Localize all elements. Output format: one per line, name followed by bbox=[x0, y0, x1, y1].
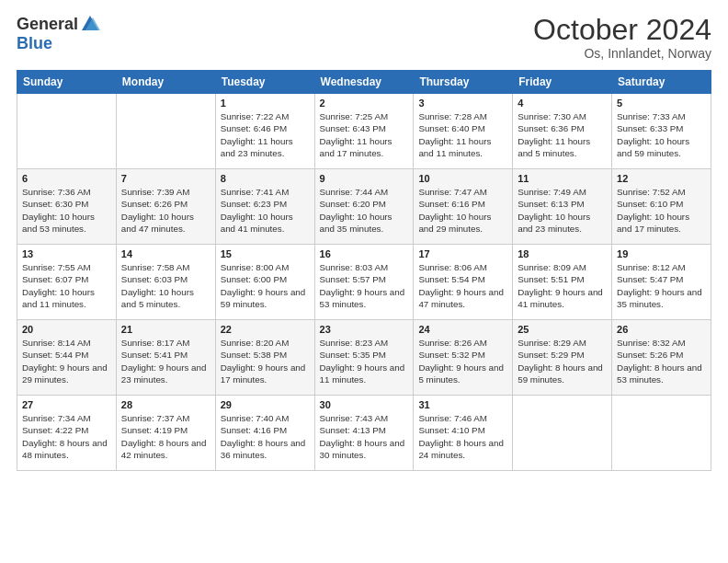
cell-info: Sunrise: 7:58 AMSunset: 6:03 PMDaylight:… bbox=[121, 261, 210, 310]
table-row: 6 Sunrise: 7:36 AMSunset: 6:30 PMDayligh… bbox=[17, 169, 117, 245]
cell-info: Sunrise: 8:00 AMSunset: 6:00 PMDaylight:… bbox=[221, 261, 310, 310]
week-row-4: 20 Sunrise: 8:14 AMSunset: 5:44 PMDaylig… bbox=[17, 320, 711, 396]
title-block: October 2024 Os, Innlandet, Norway bbox=[533, 14, 711, 61]
table-row: 18 Sunrise: 8:09 AMSunset: 5:51 PMDaylig… bbox=[513, 245, 612, 320]
cell-date: 23 bbox=[320, 324, 409, 335]
cell-date: 17 bbox=[418, 248, 507, 259]
cell-info: Sunrise: 7:39 AMSunset: 6:26 PMDaylight:… bbox=[121, 186, 210, 235]
main-title: October 2024 bbox=[533, 14, 711, 46]
cell-date: 12 bbox=[617, 173, 706, 184]
calendar-table: Sunday Monday Tuesday Wednesday Thursday… bbox=[17, 70, 711, 471]
cell-date: 5 bbox=[617, 98, 706, 109]
cell-date: 3 bbox=[418, 98, 507, 109]
table-row: 20 Sunrise: 8:14 AMSunset: 5:44 PMDaylig… bbox=[17, 320, 117, 396]
calendar-header-row: Sunday Monday Tuesday Wednesday Thursday… bbox=[17, 71, 711, 94]
cell-date: 28 bbox=[121, 399, 210, 410]
table-row: 15 Sunrise: 8:00 AMSunset: 6:00 PMDaylig… bbox=[215, 245, 314, 320]
cell-info: Sunrise: 7:33 AMSunset: 6:33 PMDaylight:… bbox=[617, 110, 706, 159]
week-row-2: 6 Sunrise: 7:36 AMSunset: 6:30 PMDayligh… bbox=[17, 169, 711, 245]
cell-info: Sunrise: 7:49 AMSunset: 6:13 PMDaylight:… bbox=[518, 186, 607, 235]
cell-date: 18 bbox=[518, 248, 607, 259]
cell-date: 11 bbox=[518, 173, 607, 184]
cell-info: Sunrise: 8:17 AMSunset: 5:41 PMDaylight:… bbox=[121, 337, 210, 385]
col-thursday: Thursday bbox=[414, 71, 513, 94]
cell-date: 15 bbox=[221, 248, 310, 259]
cell-info: Sunrise: 7:41 AMSunset: 6:23 PMDaylight:… bbox=[221, 186, 310, 235]
table-row: 30 Sunrise: 7:43 AMSunset: 4:13 PMDaylig… bbox=[314, 396, 414, 471]
logo-blue-text: Blue bbox=[17, 34, 52, 53]
cell-info: Sunrise: 8:06 AMSunset: 5:54 PMDaylight:… bbox=[418, 261, 507, 310]
table-row: 1 Sunrise: 7:22 AMSunset: 6:46 PMDayligh… bbox=[215, 94, 314, 169]
table-row: 12 Sunrise: 7:52 AMSunset: 6:10 PMDaylig… bbox=[612, 169, 711, 245]
table-row: 9 Sunrise: 7:44 AMSunset: 6:20 PMDayligh… bbox=[314, 169, 414, 245]
cell-info: Sunrise: 8:29 AMSunset: 5:29 PMDaylight:… bbox=[518, 337, 607, 385]
table-row: 4 Sunrise: 7:30 AMSunset: 6:36 PMDayligh… bbox=[513, 94, 612, 169]
cell-info: Sunrise: 7:37 AMSunset: 4:19 PMDaylight:… bbox=[121, 412, 210, 461]
col-monday: Monday bbox=[116, 71, 215, 94]
cell-info: Sunrise: 7:52 AMSunset: 6:10 PMDaylight:… bbox=[617, 186, 706, 235]
cell-date: 1 bbox=[221, 98, 310, 109]
cell-info: Sunrise: 7:43 AMSunset: 4:13 PMDaylight:… bbox=[320, 412, 409, 461]
cell-info: Sunrise: 8:32 AMSunset: 5:26 PMDaylight:… bbox=[617, 337, 706, 385]
cell-date: 27 bbox=[22, 399, 111, 410]
col-saturday: Saturday bbox=[612, 71, 711, 94]
cell-date: 7 bbox=[121, 173, 210, 184]
cell-date: 29 bbox=[221, 399, 310, 410]
col-sunday: Sunday bbox=[17, 71, 117, 94]
table-row: 23 Sunrise: 8:23 AMSunset: 5:35 PMDaylig… bbox=[314, 320, 414, 396]
col-tuesday: Tuesday bbox=[215, 71, 314, 94]
cell-info: Sunrise: 8:12 AMSunset: 5:47 PMDaylight:… bbox=[617, 261, 706, 310]
table-row: 13 Sunrise: 7:55 AMSunset: 6:07 PMDaylig… bbox=[17, 245, 117, 320]
cell-date: 2 bbox=[320, 98, 409, 109]
location-subtitle: Os, Innlandet, Norway bbox=[533, 46, 711, 61]
logo-icon bbox=[80, 14, 100, 34]
table-row bbox=[612, 396, 711, 471]
table-row: 19 Sunrise: 8:12 AMSunset: 5:47 PMDaylig… bbox=[612, 245, 711, 320]
week-row-5: 27 Sunrise: 7:34 AMSunset: 4:22 PMDaylig… bbox=[17, 396, 711, 471]
cell-date: 10 bbox=[418, 173, 507, 184]
col-wednesday: Wednesday bbox=[314, 71, 414, 94]
table-row: 29 Sunrise: 7:40 AMSunset: 4:16 PMDaylig… bbox=[215, 396, 314, 471]
col-friday: Friday bbox=[513, 71, 612, 94]
cell-date: 26 bbox=[617, 324, 706, 335]
table-row: 3 Sunrise: 7:28 AMSunset: 6:40 PMDayligh… bbox=[414, 94, 513, 169]
table-row: 10 Sunrise: 7:47 AMSunset: 6:16 PMDaylig… bbox=[414, 169, 513, 245]
cell-date: 8 bbox=[221, 173, 310, 184]
table-row bbox=[513, 396, 612, 471]
table-row: 24 Sunrise: 8:26 AMSunset: 5:32 PMDaylig… bbox=[414, 320, 513, 396]
cell-date: 16 bbox=[320, 248, 409, 259]
cell-info: Sunrise: 7:22 AMSunset: 6:46 PMDaylight:… bbox=[221, 110, 310, 159]
table-row: 14 Sunrise: 7:58 AMSunset: 6:03 PMDaylig… bbox=[116, 245, 215, 320]
cell-info: Sunrise: 7:46 AMSunset: 4:10 PMDaylight:… bbox=[418, 412, 507, 461]
table-row: 8 Sunrise: 7:41 AMSunset: 6:23 PMDayligh… bbox=[215, 169, 314, 245]
table-row: 25 Sunrise: 8:29 AMSunset: 5:29 PMDaylig… bbox=[513, 320, 612, 396]
table-row bbox=[116, 94, 215, 169]
table-row: 16 Sunrise: 8:03 AMSunset: 5:57 PMDaylig… bbox=[314, 245, 414, 320]
cell-date: 22 bbox=[221, 324, 310, 335]
cell-info: Sunrise: 8:03 AMSunset: 5:57 PMDaylight:… bbox=[320, 261, 409, 310]
page: General Blue October 2024 Os, Innlandet,… bbox=[0, 0, 728, 563]
cell-date: 4 bbox=[518, 98, 607, 109]
table-row: 17 Sunrise: 8:06 AMSunset: 5:54 PMDaylig… bbox=[414, 245, 513, 320]
table-row: 26 Sunrise: 8:32 AMSunset: 5:26 PMDaylig… bbox=[612, 320, 711, 396]
table-row: 27 Sunrise: 7:34 AMSunset: 4:22 PMDaylig… bbox=[17, 396, 117, 471]
cell-date: 21 bbox=[121, 324, 210, 335]
cell-date: 31 bbox=[418, 399, 507, 410]
cell-date: 25 bbox=[518, 324, 607, 335]
table-row: 2 Sunrise: 7:25 AMSunset: 6:43 PMDayligh… bbox=[314, 94, 414, 169]
cell-info: Sunrise: 7:55 AMSunset: 6:07 PMDaylight:… bbox=[22, 261, 111, 310]
cell-date: 19 bbox=[617, 248, 706, 259]
cell-info: Sunrise: 8:09 AMSunset: 5:51 PMDaylight:… bbox=[518, 261, 607, 310]
cell-info: Sunrise: 8:23 AMSunset: 5:35 PMDaylight:… bbox=[320, 337, 409, 385]
table-row: 5 Sunrise: 7:33 AMSunset: 6:33 PMDayligh… bbox=[612, 94, 711, 169]
header: General Blue October 2024 Os, Innlandet,… bbox=[17, 14, 711, 61]
cell-date: 13 bbox=[22, 248, 111, 259]
cell-info: Sunrise: 7:30 AMSunset: 6:36 PMDaylight:… bbox=[518, 110, 607, 159]
cell-info: Sunrise: 8:20 AMSunset: 5:38 PMDaylight:… bbox=[221, 337, 310, 385]
cell-info: Sunrise: 8:26 AMSunset: 5:32 PMDaylight:… bbox=[418, 337, 507, 385]
cell-date: 9 bbox=[320, 173, 409, 184]
table-row: 21 Sunrise: 8:17 AMSunset: 5:41 PMDaylig… bbox=[116, 320, 215, 396]
table-row: 31 Sunrise: 7:46 AMSunset: 4:10 PMDaylig… bbox=[414, 396, 513, 471]
table-row: 22 Sunrise: 8:20 AMSunset: 5:38 PMDaylig… bbox=[215, 320, 314, 396]
table-row bbox=[17, 94, 117, 169]
